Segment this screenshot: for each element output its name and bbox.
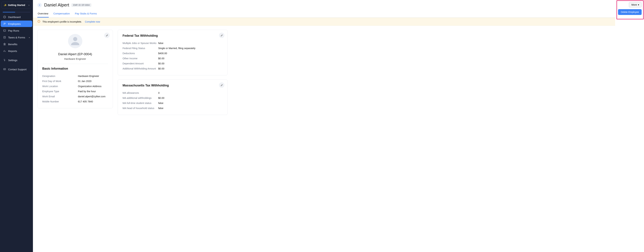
tab-compensation[interactable]: Compensation — [53, 11, 70, 18]
sidebar-item-label: Pay Runs — [8, 29, 19, 32]
clock-icon — [3, 16, 6, 18]
basic-info-table: DesignationHardware EngineerFirst Day of… — [42, 74, 108, 104]
kv-key: Deductions — [122, 52, 158, 55]
delete-employee-button[interactable]: Delete Employee — [618, 9, 642, 15]
svg-point-5 — [4, 60, 5, 60]
svg-rect-4 — [4, 36, 6, 38]
kv-key: MA allowances — [122, 92, 158, 94]
kv-row: MA full-time student statusfalse — [122, 100, 223, 106]
svg-point-2 — [5, 23, 6, 24]
kv-row: Employee TypePaid by the hour — [42, 89, 108, 94]
alert-message: This employee's profile is incomplete. — [42, 20, 82, 23]
avatar-placeholder — [68, 34, 82, 48]
sidebar-item-label: Settings — [8, 59, 17, 62]
state-tax-card: Massachusetts Tax Withholding MA allowan… — [118, 80, 228, 115]
kv-row: Additional Withholding Amount$0.00 — [122, 66, 223, 71]
kv-row: Other Income$0.00 — [122, 56, 223, 61]
employee-name: Daniel Alpert — [44, 2, 69, 8]
kv-val: $0.00 — [158, 57, 164, 60]
sidebar-item-support[interactable]: Contact Support — [1, 66, 32, 72]
getting-started-progress — [3, 12, 30, 12]
kv-val: 617 405 7840 — [78, 100, 93, 103]
state-table: MA allowances0MA additional withholdings… — [122, 90, 223, 111]
sidebar-item-reports[interactable]: Reports — [1, 48, 32, 54]
edit-state-button[interactable] — [219, 82, 224, 88]
state-title: Massachusetts Tax Withholding — [122, 84, 223, 87]
sidebar-item-employees[interactable]: Employees — [1, 20, 32, 27]
kv-row: MA head of household statusfalse — [122, 106, 223, 111]
sidebar-item-settings[interactable]: Settings — [1, 57, 32, 63]
page-header: Daniel Alpert EMP. ID: EP-0004 Overview … — [33, 0, 644, 18]
kv-val: false — [158, 42, 164, 44]
kv-val: $0.00 — [158, 67, 164, 70]
kv-row: Dependent Amount$0.00 — [122, 61, 223, 66]
kv-row: MA additional withholdings$0.00 — [122, 96, 223, 100]
kv-row: DesignationHardware Engineer — [42, 74, 108, 78]
tab-overview[interactable]: Overview — [37, 11, 49, 18]
getting-started-card[interactable]: ✨ Getting Started › — [1, 2, 32, 8]
kv-row: Deductions$400.00 — [122, 51, 223, 56]
kv-key: Other Income — [122, 57, 158, 60]
chevron-right-icon: ▸ — [29, 36, 30, 38]
tab-paystubs[interactable]: Pay Stubs & Forms — [74, 11, 97, 18]
kv-row: MA allowances0 — [122, 90, 223, 96]
kv-val: $400.00 — [158, 52, 167, 55]
back-button[interactable] — [37, 3, 42, 7]
kv-row: Federal Filing StatusSingle or Married, … — [122, 46, 223, 51]
warning-icon — [37, 20, 40, 24]
sidebar-item-label: Reports — [8, 50, 17, 52]
payrun-icon — [3, 29, 6, 32]
kv-val: false — [158, 102, 164, 104]
complete-now-link[interactable]: Complete now — [85, 20, 100, 23]
profile-name-line: Daniel Alpert (EP-0004) — [42, 52, 108, 56]
kv-val: Organization Address — [78, 85, 102, 88]
kv-key: Mobile Number — [42, 100, 78, 103]
federal-tax-card: Federal Tax Withholding Multiple Jobs or… — [118, 30, 228, 76]
kv-key: Work Email — [42, 95, 78, 98]
sidebar-item-taxes[interactable]: Taxes & Forms ▸ — [1, 34, 32, 40]
svg-rect-3 — [4, 30, 6, 32]
kv-val: 0 — [158, 92, 160, 94]
basic-info-title: Basic Information — [42, 67, 108, 70]
sidebar: ✨ Getting Started › Dashboard Employees … — [0, 0, 33, 252]
edit-federal-button[interactable] — [219, 32, 224, 38]
kv-key: Employee Type — [42, 90, 78, 93]
kv-key: Dependent Amount — [122, 62, 158, 65]
document-icon — [3, 36, 6, 39]
more-button-label: More — [632, 4, 637, 6]
tabs: Overview Compensation Pay Stubs & Forms — [37, 11, 640, 18]
incomplete-profile-alert: This employee's profile is incomplete. C… — [33, 18, 615, 26]
kv-val: Hardware Engineer — [78, 75, 99, 78]
svg-rect-6 — [4, 68, 6, 70]
kv-val: $0.00 — [158, 62, 164, 65]
gear-icon — [3, 58, 6, 62]
main-content: Daniel Alpert EMP. ID: EP-0004 Overview … — [33, 0, 644, 252]
kv-key: First Day of Work — [42, 80, 78, 82]
employee-id-chip: EMP. ID: EP-0004 — [72, 4, 91, 7]
kv-val: Paid by the hour — [78, 90, 96, 93]
kv-val: $0.00 — [158, 96, 164, 99]
sidebar-item-label: Taxes & Forms — [8, 36, 25, 39]
federal-table: Multiple Jobs or Spouse WorksfalseFedera… — [122, 40, 223, 71]
svg-point-1 — [4, 23, 5, 24]
kv-key: MA full-time student status — [122, 102, 158, 104]
more-button[interactable]: More ▾ — [629, 2, 642, 8]
kv-val: Single or Married, filing separately — [158, 47, 195, 50]
sidebar-item-payruns[interactable]: Pay Runs — [1, 27, 32, 34]
sidebar-nav: Dashboard Employees Pay Runs Taxes & For… — [1, 14, 32, 72]
kv-val: daniel.alpert@zylker.com — [78, 95, 106, 98]
benefits-icon — [3, 42, 6, 46]
kv-row: Mobile Number617 405 7840 — [42, 99, 108, 104]
kv-val: false — [158, 107, 164, 110]
sidebar-item-label: Employees — [8, 22, 21, 25]
sparkle-icon: ✨ — [4, 4, 6, 6]
sidebar-item-label: Dashboard — [8, 16, 20, 18]
kv-key: Work Location — [42, 85, 78, 88]
sidebar-item-benefits[interactable]: Benefits — [1, 41, 32, 48]
kv-row: Work Emaildaniel.alpert@zylker.com — [42, 94, 108, 99]
edit-profile-button[interactable] — [104, 32, 110, 38]
chat-icon — [3, 68, 6, 71]
kv-row: Work LocationOrganization Address — [42, 84, 108, 89]
sidebar-item-dashboard[interactable]: Dashboard — [1, 14, 32, 20]
profile-role: Hardware Engineer — [42, 58, 108, 60]
